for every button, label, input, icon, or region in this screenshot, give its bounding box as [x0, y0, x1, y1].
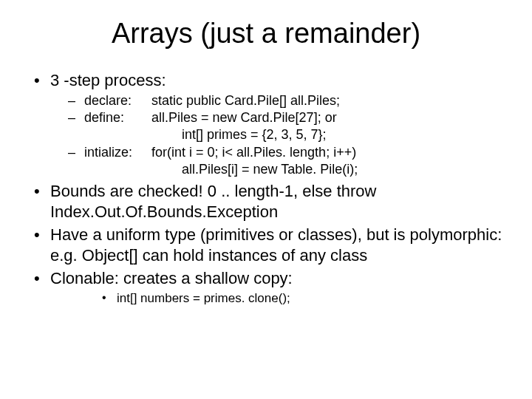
- sub-clone-code: int[] numbers = primes. clone();: [117, 291, 290, 305]
- sub-declare-code: static public Card.Pile[] all.Piles;: [151, 92, 340, 109]
- sub-clone: int[] numbers = primes. clone();: [50, 290, 502, 307]
- bullet-2: Bounds are checked! 0 .. length-1, else …: [30, 181, 502, 222]
- sub-initialize: intialize: for(int i = 0; i< all.Piles. …: [50, 144, 502, 179]
- bullet-1: 3 -step process: declare: static public …: [30, 70, 502, 178]
- sub-initialize-code2: all.Piles[i] = new Table. Pile(i);: [84, 161, 502, 178]
- slide: Arrays (just a remainder) 3 -step proces…: [0, 0, 532, 399]
- bullet-2-text: Bounds are checked! 0 .. length-1, else …: [50, 182, 376, 221]
- sub-define-label: define:: [84, 109, 148, 126]
- bullet-3-text: Have a uniform type (primitives or class…: [50, 225, 502, 265]
- bullet-1-sublist: declare: static public Card.Pile[] all.P…: [50, 92, 502, 179]
- slide-title: Arrays (just a remainder): [30, 18, 502, 50]
- bullet-4-sublist: int[] numbers = primes. clone();: [50, 290, 502, 307]
- sub-define: define: all.Piles = new Card.Pile[27]; o…: [50, 109, 502, 144]
- bullet-list: 3 -step process: declare: static public …: [30, 70, 502, 307]
- sub-initialize-label: intialize:: [84, 144, 148, 161]
- sub-define-code2: int[] primes = {2, 3, 5, 7};: [84, 126, 502, 143]
- sub-initialize-code: for(int i = 0; i< all.Piles. length; i++…: [151, 144, 356, 161]
- sub-declare-label: declare:: [84, 92, 148, 109]
- sub-declare: declare: static public Card.Pile[] all.P…: [50, 92, 502, 109]
- bullet-3: Have a uniform type (primitives or class…: [30, 225, 502, 265]
- bullet-1-text: 3 -step process:: [50, 71, 166, 89]
- bullet-4-text: Clonable: creates a shallow copy:: [50, 269, 293, 287]
- bullet-4: Clonable: creates a shallow copy: int[] …: [30, 268, 502, 307]
- sub-define-code: all.Piles = new Card.Pile[27]; or: [151, 109, 337, 126]
